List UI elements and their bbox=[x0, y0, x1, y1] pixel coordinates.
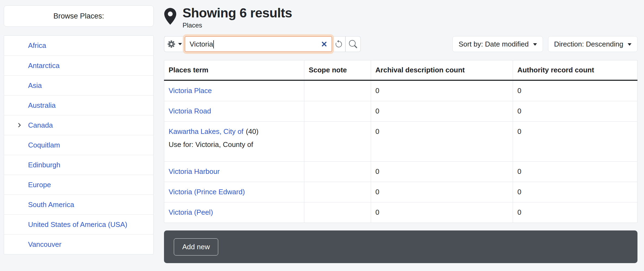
sidebar-place-item: Asia bbox=[4, 75, 153, 95]
sidebar-item-label[interactable]: Vancouver bbox=[28, 240, 61, 249]
sidebar-item-label[interactable]: United States of America (USA) bbox=[28, 220, 127, 229]
sidebar-item-label[interactable]: Canada bbox=[28, 121, 53, 130]
scope-note-cell bbox=[304, 80, 371, 101]
sidebar-place-item: South America bbox=[4, 195, 153, 214]
archival-count-cell: 0 bbox=[371, 80, 513, 101]
archival-count-cell: 0 bbox=[371, 162, 513, 182]
search-field-focused bbox=[185, 36, 332, 52]
sidebar-item-label[interactable]: Asia bbox=[28, 81, 42, 90]
places-sidebar: Browse Places: Africa Antarctica Asia bbox=[4, 5, 154, 263]
results-table-body: Victoria Place 0 0 Victoria Road 0 0 Kaw… bbox=[164, 80, 637, 223]
results-table-header-row: Places termScope noteArchival descriptio… bbox=[164, 60, 637, 81]
places-term-cell: Victoria Road bbox=[164, 101, 304, 122]
page: Browse Places: Africa Antarctica Asia bbox=[0, 0, 644, 263]
table-row: Victoria (Prince Edward) 0 0 bbox=[164, 182, 637, 202]
places-term-cell: Victoria Place bbox=[164, 80, 304, 101]
caret-down-icon bbox=[628, 43, 631, 46]
sidebar-title-card: Browse Places: bbox=[4, 5, 154, 27]
search-options-button[interactable] bbox=[164, 36, 185, 52]
column-header: Scope note bbox=[304, 60, 371, 81]
results-main: Showing 6 results Places bbox=[164, 5, 637, 263]
places-term-cell: Kawartha Lakes, City of(40) Use for: Vic… bbox=[164, 122, 304, 162]
sidebar-title: Browse Places: bbox=[53, 12, 104, 20]
scope-note-cell bbox=[304, 162, 371, 182]
places-term-cell: Victoria Harbour bbox=[164, 162, 304, 182]
sidebar-place-item: United States of America (USA) bbox=[4, 214, 153, 234]
place-term-link[interactable]: Victoria (Prince Edward) bbox=[169, 188, 245, 196]
authority-count-cell: 0 bbox=[513, 202, 637, 223]
scope-note-cell bbox=[304, 122, 371, 162]
table-row: Victoria Harbour 0 0 bbox=[164, 162, 637, 182]
sidebar-item-label[interactable]: Edinburgh bbox=[28, 161, 60, 169]
archival-count-cell: 0 bbox=[371, 182, 513, 202]
authority-count-cell: 0 bbox=[513, 122, 637, 162]
sidebar-item-label[interactable]: Coquitlam bbox=[28, 141, 60, 149]
submit-search-button[interactable] bbox=[345, 36, 361, 52]
sidebar-item-label[interactable]: Australia bbox=[28, 101, 56, 110]
place-term-link[interactable]: Kawartha Lakes, City of bbox=[169, 127, 244, 136]
use-for-note: Use for: Victoria, County of bbox=[169, 140, 300, 149]
page-header: Showing 6 results Places bbox=[164, 5, 637, 29]
reset-search-button[interactable] bbox=[332, 36, 345, 52]
text-cursor bbox=[213, 40, 214, 48]
authority-count-cell: 0 bbox=[513, 101, 637, 122]
search-input[interactable] bbox=[185, 37, 332, 51]
table-row: Kawartha Lakes, City of(40) Use for: Vic… bbox=[164, 122, 637, 162]
direction-label: Direction: Descending bbox=[554, 40, 623, 48]
direction-dropdown[interactable]: Direction: Descending bbox=[548, 36, 637, 52]
magnifier-icon bbox=[349, 40, 357, 48]
add-new-button[interactable]: Add new bbox=[174, 238, 218, 255]
scope-note-cell bbox=[304, 202, 371, 223]
search-toolbar: Sort by: Date modified Direction: Descen… bbox=[164, 36, 637, 52]
sidebar-place-item: Canada bbox=[4, 115, 153, 135]
archival-count-cell: 0 bbox=[371, 101, 513, 122]
place-term-link[interactable]: Victoria Place bbox=[169, 87, 212, 95]
sidebar-item-label[interactable]: Antarctica bbox=[28, 61, 60, 70]
sidebar-place-item: Europe bbox=[4, 175, 153, 195]
place-term-link[interactable]: Victoria Road bbox=[169, 107, 211, 115]
gear-icon bbox=[167, 40, 175, 48]
sidebar-place-item: Africa bbox=[4, 36, 153, 56]
authority-count-cell: 0 bbox=[513, 182, 637, 202]
caret-down-icon bbox=[533, 43, 537, 46]
column-header: Archival description count bbox=[371, 60, 513, 81]
archival-count-cell: 0 bbox=[371, 202, 513, 223]
table-row: Victoria Place 0 0 bbox=[164, 80, 637, 101]
places-term-cell: Victoria (Prince Edward) bbox=[164, 182, 304, 202]
sidebar-item-label[interactable]: Africa bbox=[28, 41, 46, 50]
sort-by-dropdown[interactable]: Sort by: Date modified bbox=[452, 36, 543, 52]
sort-by-label: Sort by: Date modified bbox=[458, 40, 528, 48]
sidebar-place-item: Coquitlam bbox=[4, 135, 153, 155]
chevron-right-icon[interactable] bbox=[17, 122, 22, 128]
page-title: Showing 6 results bbox=[183, 5, 292, 20]
action-bar: Add new bbox=[164, 230, 637, 263]
table-row: Victoria (Peel) 0 0 bbox=[164, 202, 637, 223]
place-term-link[interactable]: Victoria Harbour bbox=[169, 167, 220, 175]
archival-count-cell: 0 bbox=[371, 122, 513, 162]
place-term-link[interactable]: Victoria (Peel) bbox=[169, 208, 213, 216]
sidebar-item-label[interactable]: South America bbox=[28, 201, 74, 209]
toolbar-spacer bbox=[361, 36, 452, 52]
authority-count-cell: 0 bbox=[513, 162, 637, 182]
column-header: Places term bbox=[164, 60, 304, 81]
map-pin-icon bbox=[164, 8, 177, 25]
clear-search-button[interactable] bbox=[320, 40, 328, 48]
scope-note-cell bbox=[304, 101, 371, 122]
scope-note-cell bbox=[304, 182, 371, 202]
caret-down-icon bbox=[178, 43, 182, 45]
sidebar-place-item: Australia bbox=[4, 95, 153, 115]
results-table: Places termScope noteArchival descriptio… bbox=[164, 60, 637, 223]
sidebar-list: Africa Antarctica Asia Australia Canada bbox=[4, 35, 154, 254]
page-title-block: Showing 6 results Places bbox=[183, 5, 292, 29]
sidebar-place-item: Vancouver bbox=[4, 234, 153, 254]
page-subtitle: Places bbox=[183, 21, 292, 29]
column-header: Authority record count bbox=[513, 60, 637, 81]
search-input-group bbox=[164, 36, 361, 52]
term-suffix: (40) bbox=[246, 127, 259, 136]
authority-count-cell: 0 bbox=[513, 80, 637, 101]
table-row: Victoria Road 0 0 bbox=[164, 101, 637, 122]
sidebar-item-label[interactable]: Europe bbox=[28, 181, 51, 189]
reset-icon bbox=[335, 40, 343, 48]
x-clear-icon bbox=[321, 41, 327, 47]
places-term-cell: Victoria (Peel) bbox=[164, 202, 304, 223]
